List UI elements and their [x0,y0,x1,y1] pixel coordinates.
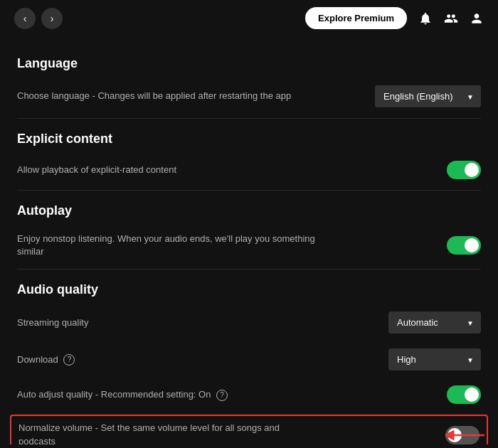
download-quality-select-wrapper: Low Normal High Very High ▼ [388,348,481,370]
explore-premium-button[interactable]: Explore Premium [305,7,407,29]
auto-adjust-quality-row: Auto adjust quality - Recommended settin… [17,378,481,412]
settings-content: Language Choose language - Changes will … [0,36,498,444]
explicit-content-section-title: Explicit content [17,132,481,146]
explicit-content-row: Allow playback of explicit-rated content [17,154,481,187]
download-help-icon: ? [63,354,75,366]
explicit-content-toggle-slider [447,161,481,179]
language-description: Choose language - Changes will be applie… [17,90,316,102]
streaming-quality-label: Streaming quality [17,316,316,329]
auto-adjust-quality-label: Auto adjust quality - Recommended settin… [17,388,316,401]
streaming-quality-row: Streaming quality Automatic Low Normal H… [17,304,481,341]
social-icon[interactable] [444,11,458,26]
language-section-title: Language [17,56,481,71]
download-quality-label: Download ? [17,353,316,366]
auto-adjust-toggle[interactable] [447,385,481,404]
normalize-volume-row: Normalize volume - Set the same volume l… [10,415,488,444]
top-bar: ‹ › Explore Premium [0,0,498,36]
audio-quality-section-title: Audio quality [17,282,481,297]
streaming-quality-select-wrapper: Automatic Low Normal High Very High ▼ [388,311,481,334]
normalize-volume-toggle-slider [445,426,480,444]
download-quality-row: Download ? Low Normal High Very High ▼ [17,341,481,378]
autoplay-description: Enjoy nonstop listening. When your audio… [17,233,316,258]
nav-buttons: ‹ › [14,8,63,29]
notification-icon[interactable] [418,11,433,26]
download-quality-select[interactable]: Low Normal High Very High [388,348,481,370]
user-icon[interactable] [470,11,484,26]
explicit-content-toggle[interactable] [447,161,481,179]
normalize-volume-label: Normalize volume - Set the same volume l… [18,422,317,444]
forward-button[interactable]: › [41,8,63,29]
autoplay-toggle-slider [447,236,481,255]
autoplay-section-title: Autoplay [17,203,481,218]
auto-adjust-help-icon: ? [216,390,228,401]
auto-adjust-toggle-slider [447,385,481,404]
language-row: Choose language - Changes will be applie… [17,78,481,115]
streaming-quality-select[interactable]: Automatic Low Normal High Very High [388,311,481,334]
back-button[interactable]: ‹ [14,8,36,29]
top-right-controls: Explore Premium [305,7,484,29]
explicit-content-description: Allow playback of explicit-rated content [17,164,316,176]
autoplay-toggle[interactable] [447,236,481,255]
autoplay-row: Enjoy nonstop listening. When your audio… [17,225,481,266]
language-select[interactable]: English (English) Spanish (Español) Fren… [375,85,481,107]
normalize-volume-toggle[interactable] [445,426,480,444]
language-select-wrapper: English (English) Spanish (Español) Fren… [375,85,481,107]
